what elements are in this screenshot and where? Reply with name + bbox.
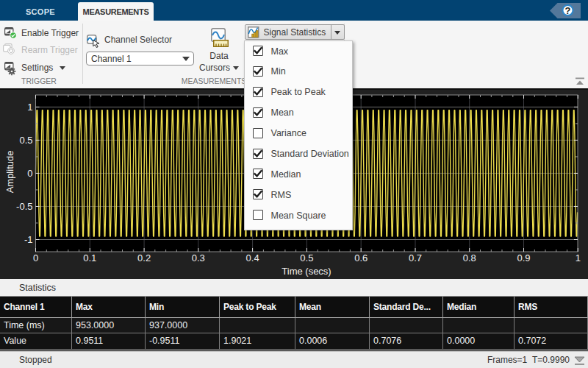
svg-text:0: 0	[33, 252, 38, 263]
svg-text:0.5: 0.5	[300, 252, 313, 263]
svg-text:0.6: 0.6	[354, 252, 368, 263]
svg-text:0: 0	[27, 168, 32, 179]
svg-text:1: 1	[576, 252, 581, 263]
svg-text:0.8: 0.8	[463, 252, 476, 263]
svg-text:Time (secs): Time (secs)	[282, 266, 331, 277]
svg-text:?: ?	[565, 5, 571, 16]
svg-text:0.9: 0.9	[517, 252, 530, 263]
svg-text:-0.5: -0.5	[16, 201, 32, 212]
svg-text:-1: -1	[24, 234, 33, 245]
svg-text:Amplitude: Amplitude	[4, 151, 15, 194]
svg-text:0.1: 0.1	[83, 252, 96, 263]
svg-text:0.3: 0.3	[192, 252, 205, 263]
svg-text:0.7: 0.7	[409, 252, 422, 263]
svg-text:0.5: 0.5	[19, 135, 32, 146]
svg-text:0.2: 0.2	[137, 252, 151, 263]
svg-text:0.4: 0.4	[246, 252, 259, 263]
svg-text:1: 1	[27, 102, 32, 113]
